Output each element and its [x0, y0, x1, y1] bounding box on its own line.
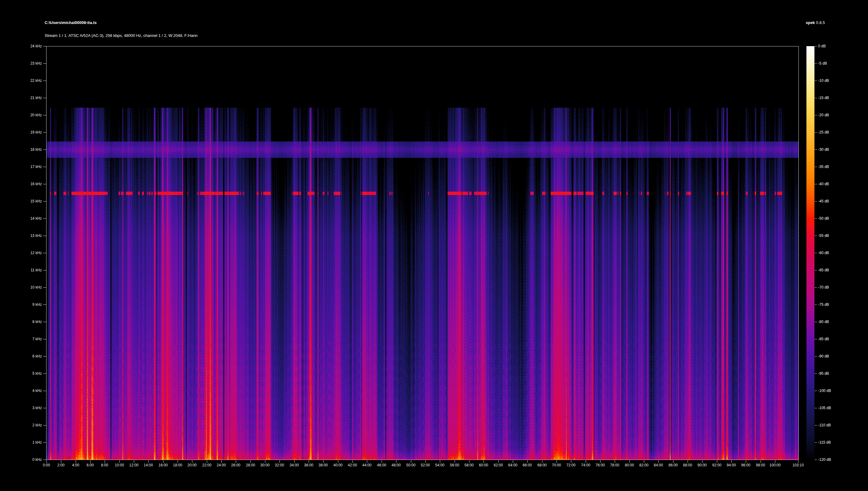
stream-info: Stream 1 / 1: ATSC A/52A (AC-3), 256 kbp… [45, 33, 198, 38]
colorbar-tick-label: -20 dB [818, 113, 829, 117]
y-axis-tick [43, 425, 46, 426]
colorbar-tick [815, 236, 817, 236]
colorbar-tick-label: 0 dB [818, 44, 826, 49]
y-axis-tick-label: 24 kHz [12, 44, 42, 49]
y-axis-tick-label: 19 kHz [12, 130, 42, 135]
y-axis-tick [43, 98, 46, 98]
y-axis-tick [43, 132, 46, 133]
y-axis-tick-label: 0 kHz [12, 457, 42, 462]
colorbar-tick [815, 270, 817, 270]
colorbar-tick [815, 201, 817, 202]
colorbar-tick-label: -70 dB [818, 285, 829, 290]
y-axis-tick-label: 6 kHz [12, 354, 42, 359]
file-path-title: C:\Users\micha\00008-ita.ts [45, 20, 96, 25]
y-axis-tick-label: 8 kHz [12, 319, 42, 324]
y-axis-tick [43, 253, 46, 253]
colorbar-tick [815, 132, 817, 133]
colorbar-tick [815, 322, 817, 322]
colorbar-tick-label: -110 dB [818, 423, 831, 428]
y-axis-tick-label: 10 kHz [12, 285, 42, 290]
colorbar-tick-label: -50 dB [818, 216, 829, 221]
y-axis-tick [43, 460, 46, 460]
colorbar-tick-label: -25 dB [818, 130, 829, 135]
y-axis-tick [43, 63, 46, 64]
colorbar-tick [815, 356, 817, 356]
colorbar-tick [815, 442, 817, 443]
colorbar-tick [815, 63, 817, 64]
colorbar-tick-label: -5 dB [818, 61, 827, 66]
y-axis-tick-label: 5 kHz [12, 371, 42, 376]
y-axis-tick-label: 2 kHz [12, 423, 42, 428]
colorbar-tick-label: -80 dB [818, 319, 829, 324]
colorbar-tick-label: -85 dB [818, 337, 829, 342]
y-axis-tick-label: 9 kHz [12, 302, 42, 307]
y-axis-tick-label: 17 kHz [12, 164, 42, 169]
colorbar-gradient [807, 46, 814, 460]
colorbar-tick-label: -60 dB [818, 251, 829, 255]
colorbar-tick-label: -40 dB [818, 181, 829, 186]
colorbar-tick [815, 408, 817, 408]
y-axis-tick-label: 7 kHz [12, 337, 42, 342]
y-axis-tick-label: 20 kHz [12, 113, 42, 117]
colorbar-tick-label: -65 dB [818, 268, 829, 272]
colorbar-tick [815, 219, 817, 219]
y-axis-tick [43, 391, 46, 391]
colorbar-tick-label: -115 dB [818, 440, 831, 445]
y-axis-tick-label: 23 kHz [12, 61, 42, 66]
app-name-label: spek [806, 20, 815, 25]
spectrogram-canvas [47, 47, 799, 460]
colorbar-tick-label: -45 dB [818, 199, 829, 204]
colorbar-tick [815, 167, 817, 167]
spek-window: C:\Users\micha\00008-ita.ts Stream 1 / 1… [0, 0, 868, 491]
app-version: spek 0.8.5 [788, 20, 825, 25]
colorbar-tick-label: -100 dB [818, 388, 831, 393]
colorbar-tick [815, 460, 817, 460]
y-axis-tick [43, 236, 46, 236]
y-axis-tick-label: 11 kHz [12, 268, 42, 272]
x-axis-tick-label: 100:00 [764, 463, 786, 468]
y-axis-tick-label: 1 kHz [12, 440, 42, 445]
colorbar-tick [815, 305, 817, 305]
y-axis-tick-label: 13 kHz [12, 233, 42, 238]
colorbar-tick [815, 391, 817, 391]
colorbar-tick [815, 339, 817, 339]
colorbar-tick-label: -30 dB [818, 147, 829, 152]
y-axis-tick-label: 22 kHz [12, 78, 42, 83]
y-axis-tick [43, 322, 46, 322]
y-axis-tick-label: 21 kHz [12, 95, 42, 100]
y-axis-tick [43, 339, 46, 339]
colorbar-tick [815, 115, 817, 115]
colorbar-tick-label: -75 dB [818, 302, 829, 307]
colorbar-tick-label: -15 dB [818, 95, 829, 100]
y-axis-tick [43, 167, 46, 167]
y-axis-tick [43, 46, 46, 47]
colorbar-tick-label: -90 dB [818, 354, 829, 359]
y-axis-tick-label: 3 kHz [12, 405, 42, 410]
y-axis-tick [43, 149, 46, 150]
colorbar-tick [815, 98, 817, 98]
y-axis-tick-label: 16 kHz [12, 181, 42, 186]
colorbar-tick [815, 425, 817, 426]
y-axis-tick-label: 15 kHz [12, 199, 42, 204]
colorbar-tick-label: -105 dB [818, 405, 831, 410]
y-axis-tick-label: 4 kHz [12, 388, 42, 393]
y-axis-tick-label: 12 kHz [12, 251, 42, 255]
colorbar-tick-label: -95 dB [818, 371, 829, 376]
y-axis-tick [43, 287, 46, 288]
app-version-number: 0.8.5 [816, 20, 825, 25]
colorbar-tick-label: -55 dB [818, 233, 829, 238]
y-axis-tick [43, 219, 46, 219]
x-axis-tick-label: 103:10 [787, 463, 809, 468]
colorbar-tick [815, 287, 817, 288]
y-axis-tick [43, 270, 46, 270]
y-axis-tick-label: 14 kHz [12, 216, 42, 221]
y-axis-tick [43, 115, 46, 115]
y-axis-tick [43, 356, 46, 356]
colorbar-tick [815, 253, 817, 253]
y-axis-tick [43, 305, 46, 305]
colorbar-tick-label: -35 dB [818, 164, 829, 169]
y-axis-tick [43, 81, 46, 81]
colorbar-tick [815, 81, 817, 81]
y-axis-tick [43, 408, 46, 408]
y-axis-tick-label: 18 kHz [12, 147, 42, 152]
